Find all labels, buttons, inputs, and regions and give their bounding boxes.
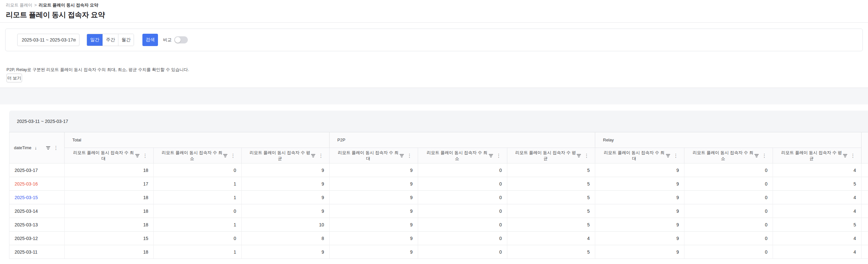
report-card: 2025-03-11 ~ 2025-03-17 dateTime ↓ ⋮ [9,110,868,264]
value-cell: 9 [242,163,330,177]
column-menu-icon[interactable]: ⋮ [673,153,678,158]
column-menu-icon[interactable]: ⋮ [762,153,767,158]
column-header-p2p-max[interactable]: 리모트 플레이 동시 접속자 수 최대⋮ [330,148,418,163]
value-cell: 0 [418,163,507,177]
section-gap-band [0,88,868,104]
filter-icon[interactable] [666,154,670,157]
row-date-cell: 2025-03-13 [9,218,65,232]
value-cell: 5 [507,218,595,232]
value-cell: 9 [242,245,330,259]
value-cell: 18 [65,163,154,177]
report-date-range: 2025-03-11 ~ 2025-03-17 [17,119,68,124]
more-button[interactable]: 더 보기 [6,74,22,82]
value-cell: 15 [65,232,154,245]
value-cell: 18 [65,191,154,204]
column-header-total-min[interactable]: 리모트 플레이 동시 접속자 수 최소⋮ [154,148,242,163]
filter-icon[interactable] [46,146,50,150]
column-header-relay-max[interactable]: 리모트 플레이 동시 접속자 수 최대⋮ [595,148,684,163]
column-menu-icon[interactable]: ⋮ [143,153,148,158]
column-menu-icon[interactable]: ⋮ [230,153,236,158]
clipped-cell [862,218,868,232]
period-weekly-button[interactable]: 주간 [102,34,118,46]
value-cell: 18 [65,245,154,259]
breadcrumb-parent[interactable]: 리모트 플레이 [6,3,32,7]
filter-icon[interactable] [311,154,315,157]
row-date-cell: 2025-03-15 [9,191,65,204]
filter-icon[interactable] [843,154,847,157]
value-cell: 0 [684,204,773,218]
value-cell: 1 [154,177,242,191]
sort-descending-icon[interactable]: ↓ [35,145,37,151]
toggle-knob [175,37,181,43]
column-header-total-avg[interactable]: 리모트 플레이 동시 접속자 수 평균⋮ [242,148,330,163]
table-row: 2025-03-111819905904 [9,245,868,259]
breadcrumb-separator: > [34,3,37,7]
value-cell: 4 [507,232,595,245]
filter-icon[interactable] [223,154,227,157]
value-cell: 0 [684,191,773,204]
value-cell: 9 [595,191,684,204]
column-menu-icon[interactable]: ⋮ [407,153,412,158]
value-cell: 1 [154,218,242,232]
column-menu-icon[interactable]: ⋮ [496,153,501,158]
column-header-datetime[interactable]: dateTime ↓ ⋮ [9,132,65,163]
table-row: 2025-03-171809905904 [9,163,868,177]
value-cell: 9 [595,204,684,218]
value-cell: 18 [65,204,154,218]
value-cell: 18 [65,218,154,232]
column-header-total-max[interactable]: 리모트 플레이 동시 접속자 수 최대⋮ [65,148,154,163]
value-cell: 0 [684,218,773,232]
row-date-cell: 2025-03-14 [9,204,65,218]
value-cell: 8 [242,232,330,245]
period-daily-button[interactable]: 일간 [87,34,102,46]
value-cell: 4 [773,232,862,245]
value-cell: 0 [418,232,507,245]
table-row: 2025-03-121508904904 [9,232,868,245]
header-divider [0,22,868,23]
table-row: 2025-03-161719905905 [9,177,868,191]
column-header-p2p-min[interactable]: 리모트 플레이 동시 접속자 수 최소⋮ [418,148,507,163]
value-cell: 9 [330,204,418,218]
column-header-relay-min[interactable]: 리모트 플레이 동시 접속자 수 최소⋮ [684,148,773,163]
value-cell: 9 [595,232,684,245]
value-cell: 4 [773,204,862,218]
clipped-cell [862,232,868,245]
group-header-relay: Relay [595,132,862,148]
value-cell: 1 [154,191,242,204]
filter-icon[interactable] [135,154,140,157]
table-row: 2025-03-141809905904 [9,204,868,218]
value-cell: 0 [418,177,507,191]
group-header-total: Total [65,132,330,148]
value-cell: 5 [507,245,595,259]
value-cell: 5 [507,163,595,177]
summary-table: dateTime ↓ ⋮ Total P2P Relay 리모트 플레이 동시 … [9,132,868,259]
search-button[interactable]: 검색 [143,34,158,46]
table-row: 2025-03-151819905904 [9,191,868,204]
filter-icon[interactable] [577,154,581,157]
value-cell: 9 [595,218,684,232]
value-cell: 0 [154,204,242,218]
filter-icon[interactable] [754,154,759,157]
filter-icon[interactable] [400,154,404,157]
value-cell: 4 [773,245,862,259]
value-cell: 9 [330,218,418,232]
period-monthly-button[interactable]: 월간 [118,34,134,46]
value-cell: 0 [684,163,773,177]
column-menu-icon[interactable]: ⋮ [54,145,58,150]
filter-icon[interactable] [489,154,493,157]
column-menu-icon[interactable]: ⋮ [850,153,855,158]
clipped-column [862,132,868,163]
date-range-input[interactable]: 2025-03-11 ~ 2025-03-17 [17,34,80,46]
compare-toggle[interactable] [174,36,188,43]
column-header-p2p-avg[interactable]: 리모트 플레이 동시 접속자 수 평균⋮ [507,148,595,163]
value-cell: 0 [684,232,773,245]
value-cell: 9 [330,232,418,245]
calendar-icon[interactable] [73,37,76,43]
column-header-relay-avg[interactable]: 리모트 플레이 동시 접속자 수 평균⋮ [773,148,862,163]
filter-panel: 2025-03-11 ~ 2025-03-17 일간 주간 월간 검색 비교 [5,29,863,51]
column-menu-icon[interactable]: ⋮ [318,153,323,158]
report-card-header: 2025-03-11 ~ 2025-03-17 [9,110,868,132]
value-cell: 0 [154,232,242,245]
column-menu-icon[interactable]: ⋮ [584,153,589,158]
value-cell: 4 [773,191,862,204]
